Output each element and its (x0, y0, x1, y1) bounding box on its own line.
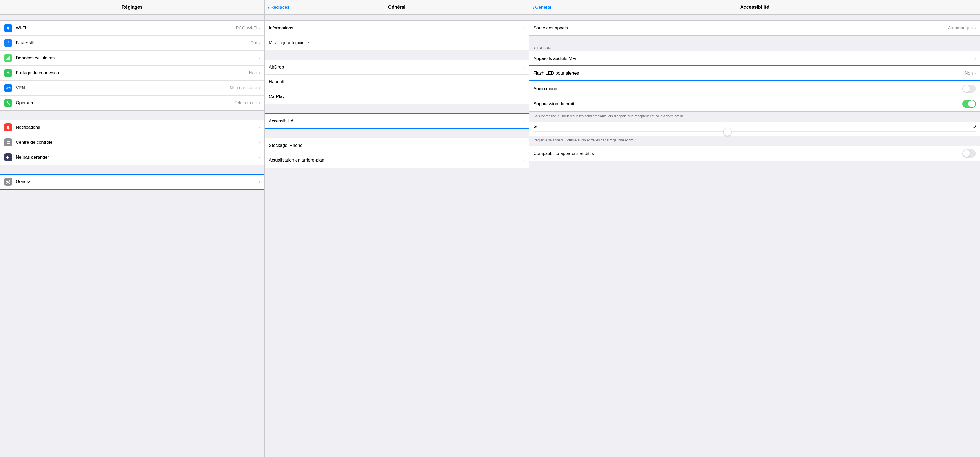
handoff-chevron: › (523, 80, 525, 84)
operateur-value: Telekom.de (234, 100, 257, 105)
wifi-chevron: › (259, 26, 260, 30)
svg-rect-0 (6, 59, 7, 60)
suppression-toggle[interactable] (963, 100, 976, 108)
sidebar-item-general[interactable]: Général › (0, 174, 264, 189)
vpn-icon: VPN (4, 84, 12, 92)
right-item-appareils[interactable]: Appareils auditifs MFi › (529, 51, 980, 66)
right-item-sortie[interactable]: Sortie des appels Automatique › (529, 21, 980, 35)
middle-item-maj[interactable]: Mise à jour logicielle › (265, 35, 529, 50)
middle-gap-2 (265, 104, 529, 113)
middle-item-informations[interactable]: Informations › (265, 21, 529, 35)
flash-label: Flash LED pour alertes (533, 71, 964, 76)
cellular-label: Données cellulaires (16, 56, 259, 61)
audiomono-toggle[interactable] (963, 85, 976, 93)
sidebar-item-hotspot[interactable]: Partage de connexion Non › (0, 66, 264, 81)
left-group-3: Général › (0, 174, 264, 189)
slider-description: Régler la balance du volume audio entre … (529, 136, 980, 146)
right-group-slider: G D (529, 121, 980, 136)
suppression-description: La suppression du bruit réduit les sons … (529, 112, 980, 121)
bluetooth-icon: ᴷ (4, 39, 12, 47)
cellular-chevron: › (259, 56, 260, 61)
svg-rect-10 (8, 142, 10, 144)
controle-label: Centre de contrôle (16, 140, 259, 145)
right-back-button[interactable]: ‹ Général (532, 5, 551, 10)
bluetooth-label: Bluetooth (16, 40, 250, 46)
general-chevron: › (259, 179, 260, 184)
wifi-icon (4, 24, 12, 32)
middle-item-accessibilite[interactable]: Accessibilité › (265, 114, 529, 128)
slider-labels: G D (533, 124, 976, 129)
left-panel-header: Réglages (0, 0, 264, 15)
slider-fill (533, 131, 732, 133)
middle-item-handoff[interactable]: Handoff › (265, 75, 529, 89)
audio-balance-slider[interactable] (533, 131, 976, 133)
suppression-toggle-thumb (968, 100, 975, 107)
sidebar-item-cellular[interactable]: Données cellulaires › (0, 51, 264, 66)
left-group-2: Notifications › Centre de contrôle › (0, 120, 264, 165)
slider-container: G D (529, 122, 980, 136)
controle-icon (4, 138, 12, 146)
right-group-top: Sortie des appels Automatique › (529, 21, 980, 36)
carplay-label: CarPlay (269, 94, 523, 99)
middle-item-stockage[interactable]: Stockage iPhone › (265, 138, 529, 153)
right-item-compat[interactable]: Compatibilité appareils auditifs (529, 146, 980, 161)
operateur-chevron: › (259, 101, 260, 105)
gap-2 (0, 165, 264, 174)
informations-label: Informations (269, 26, 523, 31)
wifi-label: Wi-Fi (16, 26, 236, 31)
svg-rect-1 (7, 58, 8, 60)
bluetooth-value: Oui (250, 40, 257, 46)
maj-chevron: › (523, 40, 525, 45)
right-item-suppression[interactable]: Suppression du bruit (529, 96, 980, 111)
svg-rect-8 (8, 141, 10, 142)
flash-value: Non (964, 71, 973, 76)
phone-icon (4, 99, 12, 107)
middle-gap-3 (265, 129, 529, 138)
sidebar-item-vpn[interactable]: VPN VPN Non connecté › (0, 81, 264, 96)
middle-back-button[interactable]: ‹ Réglages (268, 5, 290, 10)
middle-group-3: Accessibilité › (265, 113, 529, 129)
sidebar-item-operateur[interactable]: Opérateur Telekom.de › (0, 96, 264, 110)
right-item-audiomono[interactable]: Audio mono (529, 81, 980, 96)
middle-settings-list: Informations › Mise à jour logicielle › … (265, 15, 529, 457)
airdrop-label: AirDrop (269, 65, 523, 70)
sidebar-item-nepas[interactable]: Ne pas déranger › (0, 150, 264, 165)
sidebar-item-notifications[interactable]: Notifications › (0, 120, 264, 135)
middle-item-airdrop[interactable]: AirDrop › (265, 60, 529, 75)
vpn-value: Non connecté (229, 85, 257, 91)
compat-toggle[interactable] (963, 149, 976, 158)
right-item-flash[interactable]: Flash LED pour alertes Non › (529, 66, 980, 81)
left-group-1: Wi-Fi PCG Wi-Fi › ᴷ Bluetooth Oui › (0, 21, 264, 110)
carplay-chevron: › (523, 94, 525, 99)
accessibilite-chevron: › (523, 119, 525, 123)
svg-rect-2 (8, 57, 9, 60)
hotspot-chevron: › (259, 71, 260, 75)
middle-item-carplay[interactable]: CarPlay › (265, 89, 529, 104)
right-panel: ‹ Général Accessibilité Sortie des appel… (529, 0, 980, 457)
audiomono-toggle-thumb (963, 85, 970, 92)
middle-panel-title: Général (388, 5, 406, 10)
appareils-chevron: › (975, 56, 976, 61)
middle-panel: ‹ Réglages Général Informations › Mise à… (265, 0, 529, 457)
sidebar-item-wifi[interactable]: Wi-Fi PCG Wi-Fi › (0, 21, 264, 36)
svg-point-6 (8, 129, 9, 130)
right-panel-header: ‹ Général Accessibilité (529, 0, 980, 15)
right-back-chevron-icon: ‹ (532, 5, 534, 10)
bluetooth-chevron: › (259, 41, 260, 45)
accessibilite-label: Accessibilité (269, 118, 523, 124)
nepas-chevron: › (259, 155, 260, 160)
slider-label-left: G (533, 124, 537, 129)
left-settings-list: Wi-Fi PCG Wi-Fi › ᴷ Bluetooth Oui › (0, 15, 264, 457)
informations-chevron: › (523, 26, 525, 30)
controle-chevron: › (259, 140, 260, 145)
cellular-icon (4, 54, 12, 62)
right-settings-list: Sortie des appels Automatique › AUDITION… (529, 15, 980, 457)
right-panel-title: Accessibilité (740, 5, 769, 10)
middle-item-actualisation[interactable]: Actualisation en arrière-plan › (265, 153, 529, 168)
appareils-label: Appareils auditifs MFi (533, 56, 974, 61)
hotspot-label: Partage de connexion (16, 70, 249, 76)
notifications-chevron: › (259, 125, 260, 130)
slider-thumb[interactable] (724, 128, 731, 136)
sidebar-item-bluetooth[interactable]: ᴷ Bluetooth Oui › (0, 36, 264, 51)
sidebar-item-controle[interactable]: Centre de contrôle › (0, 135, 264, 150)
